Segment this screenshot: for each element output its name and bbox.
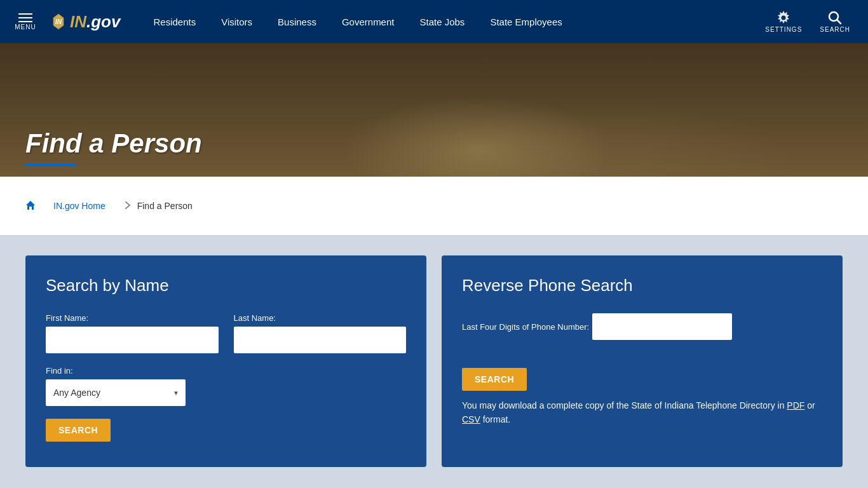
first-name-label: First Name: — [46, 313, 219, 323]
first-name-group: First Name: — [46, 313, 219, 353]
page-title: Find a Person — [25, 128, 202, 159]
nav-visitors[interactable]: Visitors — [208, 0, 265, 43]
phone-input[interactable] — [592, 313, 732, 340]
hero-content: Find a Person — [0, 113, 227, 177]
nav-business[interactable]: Business — [265, 0, 329, 43]
site-header: MENU IN IN.gov Residents Visitors Busine… — [0, 0, 868, 43]
download-text-before: You may download a complete copy of the … — [462, 400, 787, 410]
nav-state-employees[interactable]: State Employees — [477, 0, 574, 43]
breadcrumb: IN.gov Home Find a Person — [0, 177, 868, 235]
hero-underline — [25, 164, 76, 166]
site-logo[interactable]: IN IN.gov — [51, 12, 120, 32]
last-name-label: Last Name: — [234, 313, 407, 323]
nav-state-jobs[interactable]: State Jobs — [407, 0, 477, 43]
download-text-after: format. — [480, 414, 510, 424]
logo-dot-gov: .gov — [86, 12, 120, 32]
breadcrumb-current: Find a Person — [137, 201, 193, 211]
search-label: SEARCH — [820, 26, 850, 33]
download-text-or: or — [804, 400, 815, 410]
reverse-phone-card: Reverse Phone Search Last Four Digits of… — [442, 255, 843, 467]
agency-select[interactable]: Any Agency — [46, 379, 186, 406]
search-icon — [828, 11, 842, 25]
home-icon — [25, 200, 36, 212]
menu-button[interactable]: MENU — [10, 13, 41, 30]
svg-line-4 — [837, 20, 841, 24]
settings-icon — [776, 11, 790, 25]
download-info-text: You may download a complete copy of the … — [462, 398, 822, 427]
name-fields-row: First Name: Last Name: — [46, 313, 406, 353]
search-button[interactable]: SEARCH — [812, 6, 858, 38]
reverse-phone-title: Reverse Phone Search — [462, 276, 822, 295]
csv-download-link[interactable]: CSV — [462, 414, 480, 424]
hamburger-icon — [18, 13, 32, 22]
logo-in: IN — [70, 12, 86, 32]
indiana-logo-icon: IN — [51, 13, 66, 30]
name-search-button[interactable]: SEARCH — [46, 419, 111, 442]
phone-search-button[interactable]: SEARCH — [462, 368, 527, 391]
settings-button[interactable]: SETTINGS — [757, 6, 810, 38]
search-by-name-title: Search by Name — [46, 276, 406, 295]
phone-label: Last Four Digits of Phone Number: — [462, 322, 589, 332]
main-nav: Residents Visitors Business Government S… — [140, 0, 757, 43]
menu-label: MENU — [15, 24, 36, 30]
nav-residents[interactable]: Residents — [140, 0, 208, 43]
breadcrumb-home-link[interactable]: IN.gov Home — [41, 184, 118, 227]
svg-text:IN: IN — [55, 18, 62, 25]
first-name-input[interactable] — [46, 327, 219, 353]
last-name-group: Last Name: — [234, 313, 407, 353]
settings-label: SETTINGS — [765, 26, 802, 33]
find-in-label: Find in: — [46, 366, 406, 376]
header-right-controls: SETTINGS SEARCH — [757, 6, 858, 38]
find-in-group: Find in: Any Agency ▼ — [46, 366, 406, 406]
phone-number-group: Last Four Digits of Phone Number: — [462, 313, 822, 340]
nav-government[interactable]: Government — [329, 0, 407, 43]
svg-point-2 — [782, 15, 786, 20]
hero-section: Find a Person — [0, 43, 868, 177]
breadcrumb-separator — [123, 201, 132, 212]
main-content: Search by Name First Name: Last Name: Fi… — [0, 235, 868, 488]
pdf-download-link[interactable]: PDF — [787, 400, 804, 410]
agency-select-wrapper: Any Agency ▼ — [46, 379, 186, 406]
last-name-input[interactable] — [234, 327, 407, 353]
search-by-name-card: Search by Name First Name: Last Name: Fi… — [25, 255, 426, 467]
